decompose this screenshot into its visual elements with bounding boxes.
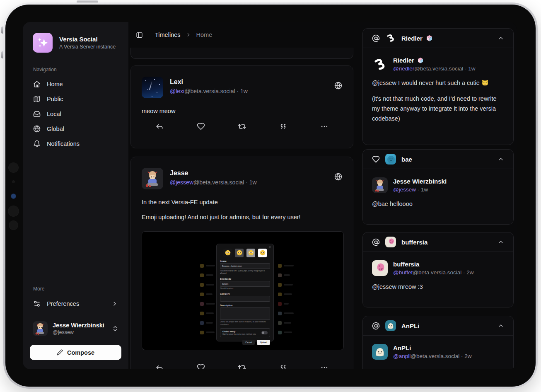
breadcrumb: Timelines Home	[155, 31, 212, 38]
account-switcher[interactable]: Jesse Wierzbinski @jessew	[30, 318, 121, 339]
tablet-frame: Versia Social A Versia Server instance N…	[3, 2, 538, 389]
dialog-file-input: Browse... bottom.png	[220, 263, 270, 269]
reply-button[interactable]	[155, 122, 164, 131]
avatar[interactable]	[372, 177, 388, 193]
notification-header[interactable]: AnPLi	[363, 316, 513, 336]
emoji-preview-tile	[258, 249, 267, 257]
like-button[interactable]	[197, 122, 205, 131]
notification-card-mention[interactable]: AnPLi AnPLi @anpli@beta.versia.social · …	[362, 316, 514, 369]
sidebar-item-preferences[interactable]: Preferences	[23, 296, 128, 312]
avatar[interactable]	[142, 168, 163, 189]
sidebar-item-label: Public	[47, 96, 63, 102]
avatar[interactable]	[372, 344, 388, 360]
notification-host-time: · 1w	[416, 186, 428, 193]
versia-logo-icon	[33, 33, 53, 53]
notification-user-name[interactable]: Riedler	[393, 57, 414, 64]
timeline-column: Timelines Home	[128, 22, 356, 369]
avatar[interactable]	[372, 260, 388, 276]
sidebar-item-notifications[interactable]: Notifications	[23, 136, 128, 151]
post-media-screenshot[interactable]: Image Browse... bottom.png Recommended s…	[142, 231, 344, 350]
sidebar-item-label: Local	[47, 111, 61, 117]
close-icon	[269, 246, 271, 248]
more-options-button[interactable]	[320, 363, 328, 369]
reply-button[interactable]	[155, 363, 164, 369]
notification-host-time: @beta.versia.social · 2w	[413, 269, 473, 276]
more-options-button[interactable]	[320, 122, 328, 131]
sidebar-item-local[interactable]: Local	[23, 106, 128, 121]
notification-header[interactable]: buffersia	[363, 232, 513, 252]
breadcrumb-root[interactable]: Timelines	[155, 31, 181, 38]
chevron-right-icon	[111, 300, 118, 307]
pencil-icon	[57, 349, 63, 356]
notification-title: AnPLi	[401, 322, 419, 329]
post-author-name[interactable]: Lexi	[170, 78, 248, 86]
notification-user-handle[interactable]: @anpli	[393, 353, 411, 359]
sidebar-item-home[interactable]: Home	[23, 77, 128, 92]
cat-emoji	[481, 79, 489, 86]
notification-text: @jessew mreow :3	[372, 282, 504, 292]
tablet-bezel: Versia Social A Versia Server instance N…	[5, 5, 536, 387]
post-host-time: @beta.versia.social · 1w	[193, 179, 257, 186]
post-author-name[interactable]: Jesse	[170, 169, 257, 177]
post-author-handle[interactable]: @jessew	[170, 179, 193, 186]
notification-title: Riedler	[401, 35, 423, 42]
collapse-chevron-up-icon[interactable]	[498, 35, 504, 41]
notification-header[interactable]: bae	[363, 150, 513, 169]
boost-button[interactable]	[238, 363, 246, 369]
home-icon	[33, 80, 41, 88]
notification-user-name[interactable]: Jesse Wierzbinski	[393, 178, 447, 185]
breadcrumb-page[interactable]: Home	[196, 31, 213, 38]
notification-user-handle[interactable]: @riedler	[393, 65, 414, 72]
nav-section-label: Navigation	[23, 67, 128, 73]
post-card[interactable]: Jesse @jessew@beta.versia.social · 1w In…	[130, 157, 353, 369]
notification-card-mention[interactable]: buffersia buffersia @buffet@beta.versia.…	[362, 232, 514, 307]
collapse-chevron-up-icon[interactable]	[498, 322, 504, 329]
dialog-shortcode-label: Shortcode	[220, 278, 270, 280]
dialog-shortcode-hint: Should be short.	[220, 288, 270, 290]
previous-post-card-fragment[interactable]	[130, 48, 353, 59]
dialog-image-label: Image	[220, 260, 270, 262]
post-author-handle[interactable]: @lexi	[170, 88, 184, 94]
dialog-upload-button: Upload	[257, 340, 270, 345]
sidebar-item-public[interactable]: Public	[23, 92, 128, 106]
avatar[interactable]	[142, 77, 163, 98]
post-text: Emoji uploading! And not just for admins…	[142, 213, 342, 222]
sidebar-item-label: Home	[47, 81, 63, 87]
sidebar-item-global[interactable]: Global	[23, 121, 128, 136]
avatar	[385, 33, 396, 44]
collapse-chevron-up-icon[interactable]	[498, 239, 504, 245]
avatar	[385, 237, 396, 247]
post-card[interactable]: Lexi @lexi@beta.versia.social · 1w meow …	[130, 65, 353, 148]
heart-icon	[372, 155, 380, 163]
notification-user-name[interactable]: buffersia	[393, 261, 474, 268]
notification-header[interactable]: Riedler	[363, 29, 513, 48]
timeline-header: Timelines Home	[128, 22, 356, 48]
account-handle: @jessew	[53, 329, 104, 335]
compose-button[interactable]: Compose	[30, 345, 121, 360]
dialog-description-textarea	[220, 307, 270, 320]
toggle-switch	[261, 331, 268, 334]
sliders-icon	[33, 300, 41, 307]
quote-button[interactable]	[279, 122, 287, 131]
dialog-global-emoji-row: Global emoji Can be used by every user, …	[220, 328, 270, 337]
notification-text: @bae helloooo	[372, 199, 504, 209]
notification-user-handle[interactable]: @jessew	[393, 186, 416, 193]
quote-button[interactable]	[279, 363, 287, 369]
visibility-globe-icon	[334, 173, 342, 181]
notification-user-handle[interactable]: @buffet	[393, 269, 413, 276]
chevrons-up-down-icon	[112, 325, 118, 332]
avatar	[33, 321, 48, 336]
like-button[interactable]	[197, 363, 205, 369]
notification-host-time: @beta.versia.social · 2w	[411, 353, 471, 359]
collapse-chevron-up-icon[interactable]	[498, 156, 504, 162]
avatar[interactable]	[372, 56, 388, 72]
boost-button[interactable]	[238, 122, 246, 131]
brand[interactable]: Versia Social A Versia Server instance	[23, 22, 128, 53]
post-host-time: @beta.versia.social · 1w	[184, 88, 248, 94]
notification-card-like[interactable]: bae Jesse Wierzbinski @jessew · 1w @bae …	[362, 149, 514, 225]
at-sign-icon	[372, 34, 380, 42]
notification-user-name[interactable]: AnPLi	[393, 344, 472, 351]
bezel-dot	[12, 180, 15, 183]
sidebar-toggle-button[interactable]	[136, 31, 143, 39]
notification-card-mention[interactable]: Riedler Riedler @riedler@beta.versia.soc…	[362, 28, 514, 145]
